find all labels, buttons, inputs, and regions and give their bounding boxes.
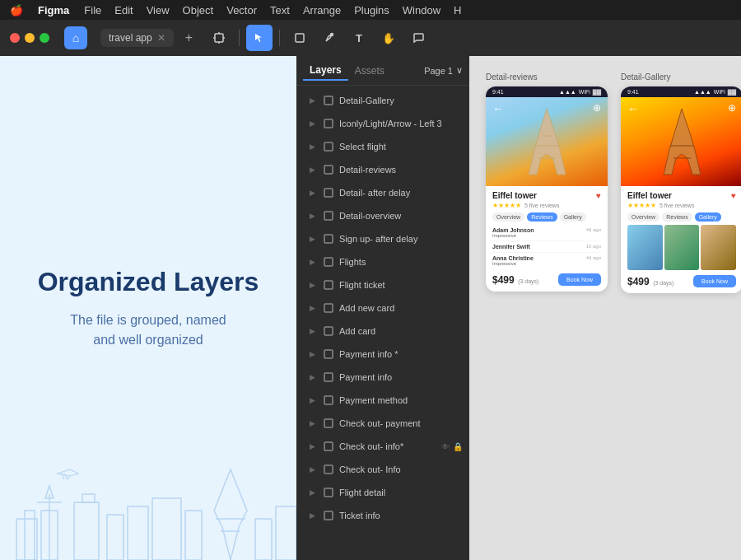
new-tab-button[interactable]: + <box>185 30 193 45</box>
menu-file[interactable]: File <box>84 4 101 16</box>
frame-icon <box>323 325 334 337</box>
layer-arrow-icon: ▶ <box>310 189 318 197</box>
layer-item-detail-reviews[interactable]: ▶ Detail-reviews <box>296 158 469 181</box>
tab-gallery-2[interactable]: Gallery <box>695 212 721 222</box>
hand-tool[interactable]: ✋ <box>375 25 402 51</box>
tab-gallery[interactable]: Gallery <box>560 212 586 222</box>
card-gallery-body: Eiffel tower ♥ ★★★★★ 5 five reviews Over… <box>621 186 741 293</box>
svg-rect-36 <box>324 304 333 312</box>
cursor-tool[interactable] <box>246 25 273 51</box>
gallery-thumb-2[interactable] <box>664 225 700 270</box>
close-button[interactable] <box>10 33 20 43</box>
page-selector[interactable]: Page 1 ∨ <box>424 65 463 76</box>
bookmark-icon[interactable]: ⊕ <box>593 102 601 114</box>
layer-item-select-flight[interactable]: ▶ Select flight <box>296 135 469 158</box>
minimize-button[interactable] <box>25 33 35 43</box>
bookmark-icon-2[interactable]: ⊕ <box>728 102 736 114</box>
layer-item-flights[interactable]: ▶ Flights <box>296 250 469 273</box>
svg-rect-45 <box>324 511 333 520</box>
review-item-3: Anna Christine 4d ago Impressive <box>492 253 601 268</box>
reviews-count-2: 5 five reviews <box>659 203 694 208</box>
layer-arrow-icon: ▶ <box>310 327 318 335</box>
assets-tab[interactable]: Assets <box>348 62 391 80</box>
layer-item-add-new-card[interactable]: ▶ Add new card <box>296 296 469 320</box>
maximize-button[interactable] <box>40 33 49 43</box>
svg-rect-12 <box>25 511 35 560</box>
tab-reviews-2[interactable]: Reviews <box>662 212 692 222</box>
eiffel-tower-svg-2 <box>659 105 705 179</box>
frame-icon <box>323 233 334 245</box>
layer-item-payment-info-star[interactable]: ▶ Payment info * <box>296 343 469 366</box>
gallery-thumb-1[interactable] <box>627 225 663 270</box>
tool-separator-1 <box>239 30 240 46</box>
svg-rect-0 <box>215 34 223 42</box>
layer-item-payment-info[interactable]: ▶ Payment info <box>296 366 469 389</box>
menu-view[interactable]: View <box>147 4 170 16</box>
menu-object[interactable]: Object <box>183 4 214 16</box>
menu-arrange[interactable]: Arrange <box>303 4 341 16</box>
layer-item-arrow[interactable]: ▶ Iconly/Light/Arrow - Left 3 <box>296 112 469 135</box>
menu-window[interactable]: Window <box>403 4 440 16</box>
book-now-button-1[interactable]: Book Now <box>558 273 601 286</box>
back-arrow-icon-2[interactable]: ← <box>627 102 639 115</box>
layer-item-flight-ticket[interactable]: ▶ Flight ticket <box>296 273 469 296</box>
layer-name: Detail-Gallery <box>339 96 463 105</box>
pen-tool[interactable] <box>316 25 343 51</box>
layer-arrow-icon: ▶ <box>310 511 318 520</box>
gallery-thumb-3[interactable] <box>701 225 736 270</box>
apple-icon[interactable]: 🍎 <box>10 4 23 16</box>
layers-tab[interactable]: Layers <box>303 61 348 81</box>
traffic-lights <box>10 33 49 43</box>
svg-rect-5 <box>296 34 304 42</box>
visibility-icon[interactable]: 👁 <box>441 442 450 451</box>
menu-h[interactable]: H <box>454 4 461 16</box>
comment-tool[interactable] <box>405 25 431 51</box>
layer-item-signup-after-delay[interactable]: ▶ Sign up- after delay <box>296 227 469 250</box>
layer-item-checkout-payment[interactable]: ▶ Check out- payment <box>296 412 469 435</box>
menu-text[interactable]: Text <box>270 4 290 16</box>
tab-overview-2[interactable]: Overview <box>627 212 659 222</box>
svg-rect-13 <box>74 502 99 560</box>
battery-icon-2: ▓▓ <box>728 89 736 95</box>
tab-label: travel app <box>109 32 152 44</box>
layer-item-checkout-info-star[interactable]: ▶ Check out- info* 👁 🔒 <box>296 435 469 458</box>
svg-rect-41 <box>324 419 333 427</box>
wifi-icon-2: WiFi <box>714 89 725 95</box>
svg-rect-44 <box>324 488 333 497</box>
frame-tool[interactable] <box>206 25 232 51</box>
layer-item-detail-gallery[interactable]: ▶ Detail-Gallery <box>296 89 469 112</box>
svg-rect-28 <box>324 119 333 128</box>
book-now-button-2[interactable]: Book Now <box>693 275 736 287</box>
layer-name: Check out- payment <box>339 418 463 428</box>
heart-icon[interactable]: ♥ <box>596 191 601 200</box>
file-tab[interactable]: travel app ✕ <box>100 29 174 47</box>
heart-icon-2[interactable]: ♥ <box>731 191 736 200</box>
layer-item-detail-after-delay[interactable]: ▶ Detail- after delay <box>296 181 469 204</box>
menu-edit[interactable]: Edit <box>114 4 133 16</box>
layer-arrow-icon: ▶ <box>310 396 318 404</box>
frame-icon <box>323 210 334 222</box>
toolbar-left: ⌂ travel app ✕ + <box>10 26 193 49</box>
menu-plugins[interactable]: Plugins <box>354 4 389 16</box>
lock-icon[interactable]: 🔒 <box>453 442 463 451</box>
layer-item-detail-overview[interactable]: ▶ Detail-overview <box>296 204 469 227</box>
layer-arrow-icon: ▶ <box>310 373 318 381</box>
svg-rect-43 <box>324 465 333 474</box>
home-button[interactable]: ⌂ <box>64 26 87 49</box>
back-arrow-icon[interactable]: ← <box>492 102 504 115</box>
text-tool[interactable]: T <box>346 25 372 51</box>
layer-item-payment-method[interactable]: ▶ Payment method <box>296 389 469 412</box>
layer-item-add-card[interactable]: ▶ Add card <box>296 320 469 343</box>
svg-rect-35 <box>324 281 333 289</box>
menu-vector[interactable]: Vector <box>226 4 257 16</box>
svg-rect-42 <box>324 442 333 450</box>
status-time-2: 9:41 <box>627 89 639 95</box>
shape-tool[interactable] <box>287 25 313 51</box>
tab-overview[interactable]: Overview <box>492 212 524 222</box>
layer-item-ticket-info[interactable]: ▶ Ticket info <box>296 504 469 527</box>
tab-close-icon[interactable]: ✕ <box>157 32 165 44</box>
layer-item-flight-detail[interactable]: ▶ Flight detail <box>296 481 469 504</box>
layer-item-checkout-info[interactable]: ▶ Check out- Info <box>296 458 469 481</box>
tab-reviews[interactable]: Reviews <box>527 212 557 222</box>
stars-display-2: ★★★★★ <box>627 202 656 209</box>
